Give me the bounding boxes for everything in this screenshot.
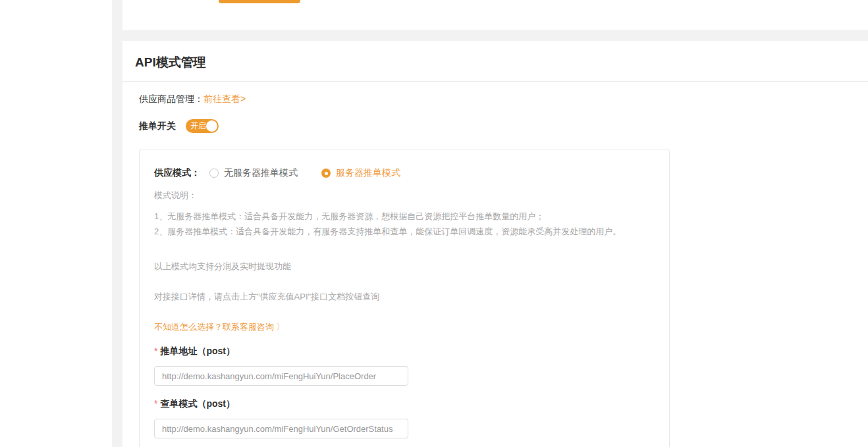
api-mode-card: API模式管理 供应商品管理：前往查看> 推单开关 开启 供应模式： 无服务器推… [122,41,868,447]
radio-serverless-mode[interactable]: 无服务器推单模式 [209,167,298,179]
radio-unselected-icon[interactable] [209,169,219,178]
mode-description-line-2: 2、服务器推单模式：适合具备开发能力，有服务器支持推单和查单，能保证订单回调速度… [154,224,653,239]
push-url-label: *推单地址（post） [154,346,653,357]
query-url-label: *查单模式（post） [154,398,653,410]
mode-description-line-1: 1、无服务器推单模式：适合具备开发能力，无服务器资源，想根据自己资源把控平台推单… [154,209,653,224]
supply-mode-label: 供应模式： [154,167,200,179]
go-view-link[interactable]: 前往查看> [203,93,246,104]
contact-support-link[interactable]: 不知道怎么选择？联系客服咨询 〉 [154,321,285,333]
query-url-label-text: 查单模式（post） [160,398,235,409]
toggle-knob-icon [206,120,217,132]
note-profit-sharing: 以上模式均支持分润及实时提现功能 [154,261,653,273]
mode-description-title: 模式说明： [154,190,653,201]
radio-server-mode[interactable]: 服务器推单模式 [321,167,400,179]
supply-management-label: 供应商品管理： [139,93,203,104]
content-area: API模式管理 供应商品管理：前往查看> 推单开关 开启 供应模式： 无服务器推… [122,0,868,447]
push-url-input[interactable] [154,366,408,386]
required-asterisk: * [154,346,157,356]
push-switch-label: 推单开关 [139,120,176,132]
mode-description: 模式说明： 1、无服务器推单模式：适合具备开发能力，无服务器资源，想根据自己资源… [154,190,653,239]
radio-server-label[interactable]: 服务器推单模式 [336,167,400,179]
push-url-label-text: 推单地址（post） [160,346,235,356]
cropped-action-button[interactable] [219,0,300,3]
left-sidebar [0,0,112,447]
query-url-input[interactable] [154,419,408,438]
radio-selected-icon[interactable] [321,169,331,178]
top-card [122,0,868,30]
api-mode-panel: 供应模式： 无服务器推单模式 服务器推单模式 模式说明： 1、无服务器推单模式：… [139,149,670,447]
push-switch-toggle[interactable]: 开启 [186,119,219,133]
note-api-docs: 对接接口详情，请点击上方"供应充值API"接口文档按钮查询 [154,291,653,303]
page-title: API模式管理 [122,41,868,82]
required-asterisk: * [154,398,157,409]
supply-management-row: 供应商品管理：前往查看> [139,93,868,105]
radio-serverless-label[interactable]: 无服务器推单模式 [224,167,298,179]
push-switch-row: 推单开关 开启 [139,119,868,133]
supply-mode-row: 供应模式： 无服务器推单模式 服务器推单模式 [154,167,653,179]
